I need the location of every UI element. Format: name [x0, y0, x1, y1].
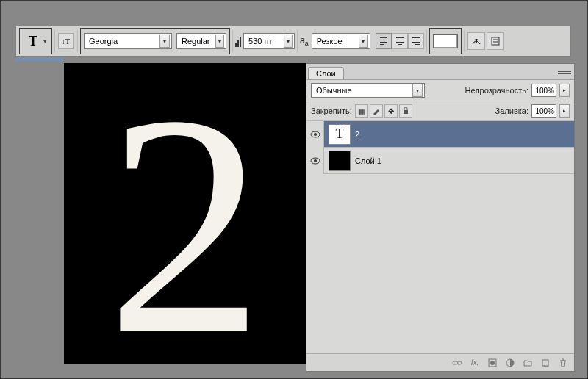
svg-rect-5: [404, 110, 408, 114]
align-center-button[interactable]: [392, 33, 408, 49]
type-tool-icon: T: [24, 34, 42, 49]
text-color-swatch[interactable]: [433, 34, 458, 48]
layer-mask-button[interactable]: [486, 357, 499, 369]
link-layers-button[interactable]: [451, 357, 464, 369]
lock-label: Закрепить:: [311, 107, 352, 115]
font-style-input[interactable]: [182, 37, 212, 46]
layers-bottom-bar: fx.: [306, 353, 574, 371]
svg-text:↓T: ↓T: [62, 37, 70, 46]
font-size-icon: [235, 35, 241, 47]
lock-transparency-button[interactable]: ▦: [355, 104, 368, 118]
svg-point-11: [490, 361, 495, 365]
lock-position-button[interactable]: ✥: [384, 104, 398, 118]
opacity-flyout[interactable]: ▸: [559, 84, 570, 97]
chevron-down-icon[interactable]: ▾: [159, 35, 170, 48]
chevron-down-icon: ▾: [43, 37, 47, 45]
lock-buttons: ▦ ✥: [355, 104, 412, 118]
tool-preset[interactable]: T ▾: [19, 28, 52, 54]
fill-input[interactable]: [531, 104, 556, 118]
layer-thumbnail[interactable]: [329, 151, 351, 171]
layer-row[interactable]: T 2: [306, 121, 574, 148]
align-left-button[interactable]: [376, 33, 392, 49]
text-align-group: [376, 33, 424, 49]
tab-layers[interactable]: Слои: [308, 67, 344, 79]
warp-text-button[interactable]: T: [467, 32, 485, 50]
layers-list: T 2 Слой 1: [306, 121, 574, 353]
panel-menu-button[interactable]: [558, 68, 571, 79]
anti-alias-icon: aa: [300, 35, 309, 47]
chevron-down-icon[interactable]: ▾: [359, 35, 368, 48]
svg-text:T: T: [475, 37, 478, 44]
font-family-input[interactable]: [89, 37, 157, 46]
color-swatch-group: [429, 28, 462, 54]
chevron-down-icon[interactable]: ▾: [215, 35, 224, 48]
visibility-toggle[interactable]: [306, 121, 324, 148]
blend-mode-combo[interactable]: ▾: [311, 83, 425, 98]
font-size-combo[interactable]: ▾: [243, 33, 295, 49]
anti-alias-input[interactable]: [317, 37, 356, 46]
font-size-input[interactable]: [248, 37, 281, 46]
text-orientation-toggle[interactable]: ↓T: [58, 33, 74, 49]
document-canvas[interactable]: 2: [64, 63, 306, 364]
layer-name[interactable]: Слой 1: [355, 156, 381, 165]
svg-point-9: [314, 159, 317, 162]
blend-mode-input[interactable]: [316, 86, 409, 95]
window-status-strip: [15, 58, 63, 61]
layer-row[interactable]: Слой 1: [306, 148, 574, 174]
layers-panel: Слои ▾ Непрозрачность: ▸ Закрепить: ▦ ✥ …: [306, 63, 575, 372]
font-style-combo[interactable]: ▾: [176, 33, 226, 49]
chevron-down-icon[interactable]: ▾: [284, 35, 293, 48]
layer-name[interactable]: 2: [355, 130, 359, 139]
lock-fill-row: Закрепить: ▦ ✥ Заливка: ▸: [306, 101, 574, 121]
lock-pixels-button[interactable]: [370, 104, 383, 118]
type-layer-icon: T: [336, 126, 344, 142]
layer-style-button[interactable]: fx.: [468, 357, 481, 369]
layer-thumbnail[interactable]: T: [329, 124, 351, 145]
opacity-input[interactable]: [531, 84, 556, 97]
fill-label: Заливка:: [495, 107, 528, 115]
blend-opacity-row: ▾ Непрозрачность: ▸: [306, 80, 574, 101]
lock-all-button[interactable]: [399, 104, 412, 118]
svg-rect-13: [542, 360, 548, 366]
group-button[interactable]: [521, 357, 534, 369]
visibility-toggle[interactable]: [306, 148, 324, 174]
character-panel-button[interactable]: [487, 32, 504, 50]
align-right-button[interactable]: [408, 33, 424, 49]
chevron-down-icon[interactable]: ▾: [412, 84, 423, 97]
opacity-label: Непрозрачность:: [465, 86, 528, 95]
type-options-bar: T ▾ ↓T ▾ ▾ ▾ aa ▾: [15, 26, 571, 57]
panel-tabs: Слои: [306, 64, 574, 80]
svg-rect-2: [492, 37, 499, 45]
text-layer-content: 2: [64, 63, 306, 364]
adjustment-layer-button[interactable]: [503, 357, 517, 369]
svg-point-7: [314, 133, 317, 136]
new-layer-button[interactable]: [539, 357, 552, 369]
font-family-combo[interactable]: ▾: [84, 33, 172, 49]
fill-flyout[interactable]: ▸: [559, 104, 570, 118]
anti-alias-combo[interactable]: ▾: [312, 33, 370, 49]
delete-layer-button[interactable]: [556, 357, 570, 369]
